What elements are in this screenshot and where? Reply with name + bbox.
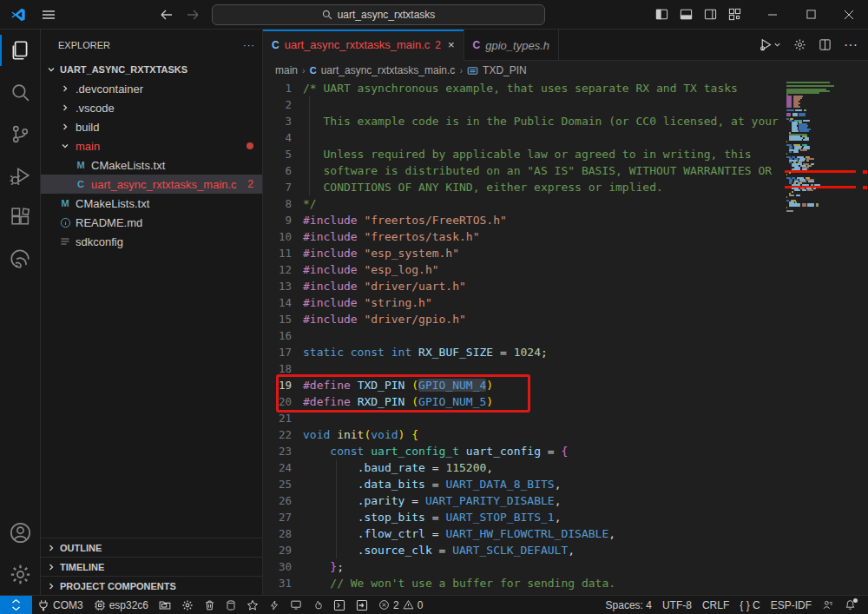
code-line-13[interactable]: 13#include "driver/uart.h" xyxy=(263,278,868,294)
statusbar-arrow-box[interactable] xyxy=(351,596,373,614)
window-maximize-button[interactable] xyxy=(792,0,830,29)
tree-item-README.md[interactable]: README.md xyxy=(41,213,262,232)
activitybar-accounts[interactable] xyxy=(0,512,41,553)
code-line-4[interactable]: 4 xyxy=(263,129,868,146)
toggle-panel-icon[interactable] xyxy=(674,2,698,28)
statusbar-flame[interactable] xyxy=(307,596,328,614)
activitybar-source-control[interactable] xyxy=(0,113,41,155)
code-line-27[interactable]: 27 .stop_bits = UART_STOP_BITS_1, xyxy=(263,509,868,525)
code-line-29[interactable]: 29 .source_clk = UART_SCLK_DEFAULT, xyxy=(263,542,868,558)
statusbar-plug-COM3[interactable]: COM3 xyxy=(32,596,89,614)
code-line-24[interactable]: 24 .baud_rate = 115200, xyxy=(263,459,868,476)
sidebar-section-timeline[interactable]: TIMELINE xyxy=(41,557,262,576)
code-line-3[interactable]: 3 This example code is in the Public Dom… xyxy=(263,113,868,129)
statusbar-feedback[interactable] xyxy=(817,596,839,614)
tree-item-main[interactable]: main xyxy=(41,136,262,155)
activitybar-search[interactable] xyxy=(0,71,41,113)
tree-item-uart_async_rxtxtasks_main.c[interactable]: Cuart_async_rxtxtasks_main.c2 xyxy=(41,175,262,194)
code-line-14[interactable]: 14#include "string.h" xyxy=(263,294,868,311)
problems-indicator[interactable]: 20 xyxy=(373,596,428,614)
tab-close-icon[interactable]: × xyxy=(448,38,455,51)
statusbar-monitor[interactable] xyxy=(285,596,307,614)
tree-item-CMakeLists.txt[interactable]: MCMakeLists.txt xyxy=(41,155,262,175)
code-line-5[interactable]: 5 Unless required by applicable law or a… xyxy=(263,146,868,162)
customize-layout-icon[interactable] xyxy=(722,2,746,28)
editor-more-actions-icon[interactable]: ··· xyxy=(844,37,858,53)
nav-forward-icon[interactable] xyxy=(186,8,200,22)
code-line-15[interactable]: 15#include "driver/gpio.h" xyxy=(263,311,868,327)
code-line-19[interactable]: 19#define TXD_PIN (GPIO_NUM_4) xyxy=(263,377,868,393)
split-editor-icon[interactable] xyxy=(819,38,832,51)
command-center-search[interactable]: uart_async_rxtxtasks xyxy=(212,4,545,25)
window-minimize-button[interactable] xyxy=(753,0,792,29)
minimap[interactable] xyxy=(785,80,856,212)
code-line-8[interactable]: 8*/ xyxy=(263,195,868,212)
tree-item-build[interactable]: build xyxy=(41,117,262,136)
sidebar-section-project-components[interactable]: PROJECT COMPONENTS xyxy=(41,576,262,595)
line-number: 19 xyxy=(263,377,303,393)
tab-gpio_types.h[interactable]: Cgpio_types.h xyxy=(464,30,559,61)
code-line-18[interactable]: 18 xyxy=(263,360,868,377)
code-line-6[interactable]: 6 software is distributed on an "AS IS" … xyxy=(263,162,868,179)
nav-back-icon[interactable] xyxy=(160,8,174,22)
editor-settings-icon[interactable] xyxy=(793,38,806,51)
code-line-22[interactable]: 22void init(void) { xyxy=(263,426,868,443)
tree-item-.devcontainer[interactable]: .devcontainer xyxy=(41,79,262,98)
sidebar-section-outline[interactable]: OUTLINE xyxy=(41,538,262,557)
code-line-17[interactable]: 17static const int RX_BUF_SIZE = 1024; xyxy=(263,344,868,360)
statusbar-esp-idf[interactable]: ESP-IDF xyxy=(766,596,817,614)
toggle-sidebar-icon[interactable] xyxy=(649,2,674,28)
statusbar-star[interactable] xyxy=(241,596,264,614)
code-line-25[interactable]: 25 .data_bits = UART_DATA_8_BITS, xyxy=(263,476,868,492)
breadcrumb-folder[interactable]: main xyxy=(275,64,298,76)
breadcrumb-file[interactable]: uart_async_rxtxtasks_main.c xyxy=(321,64,456,76)
toggle-secondary-sidebar-icon[interactable] xyxy=(698,2,722,28)
activitybar-run-debug[interactable] xyxy=(0,155,41,196)
statusbar-crlf[interactable]: CRLF xyxy=(697,596,734,614)
statusbar-trash[interactable] xyxy=(199,596,220,614)
window-close-button[interactable] xyxy=(830,0,868,29)
statusbar-gear[interactable] xyxy=(176,596,199,614)
code-line-2[interactable]: 2 xyxy=(263,96,868,113)
code-line-16[interactable]: 16 xyxy=(263,327,868,344)
overview-ruler[interactable] xyxy=(861,80,868,595)
code-line-11[interactable]: 11#include "esp_system.h" xyxy=(263,245,868,261)
tab-uart_async_rxtxtasks_main.c[interactable]: Cuart_async_rxtxtasks_main.c2× xyxy=(263,30,464,61)
tree-item-CMakeLists.txt[interactable]: MCMakeLists.txt xyxy=(41,194,262,213)
code-line-21[interactable]: 21 xyxy=(263,410,868,426)
tree-item-.vscode[interactable]: .vscode xyxy=(41,98,262,117)
workspace-root-folder[interactable]: UART_ASYNC_RXTXTASKS xyxy=(41,60,262,79)
code-line-7[interactable]: 7 CONDITIONS OF ANY KIND, either express… xyxy=(263,179,868,195)
code-line-31[interactable]: 31 // We won't use a buffer for sending … xyxy=(263,575,868,591)
breadcrumb-symbol[interactable]: TXD_PIN xyxy=(483,64,527,76)
statusbar-term-box[interactable] xyxy=(328,596,351,614)
code-editor[interactable]: 1/* UART asynchronous example, that uses… xyxy=(263,80,868,595)
statusbar-notifications-bell[interactable] xyxy=(839,596,861,614)
code-line-20[interactable]: 20#define RXD_PIN (GPIO_NUM_5) xyxy=(263,393,868,410)
activitybar-extensions[interactable] xyxy=(0,196,41,238)
statusbar-folder-lib[interactable] xyxy=(154,596,176,614)
statusbar-cylinder[interactable] xyxy=(220,596,241,614)
explorer-more-actions-icon[interactable]: ··· xyxy=(243,40,255,50)
statusbar--c[interactable]: { } C xyxy=(734,596,765,614)
remote-indicator[interactable] xyxy=(0,596,32,614)
code-line-26[interactable]: 26 .parity = UART_PARITY_DISABLE, xyxy=(263,492,868,509)
code-line-10[interactable]: 10#include "freertos/task.h" xyxy=(263,228,868,245)
code-line-12[interactable]: 12#include "esp_log.h" xyxy=(263,261,868,278)
activitybar-espressif[interactable] xyxy=(0,238,41,280)
statusbar-chip-esp32c6[interactable]: esp32c6 xyxy=(89,596,154,614)
code-line-28[interactable]: 28 .flow_ctrl = UART_HW_FLOWCTRL_DISABLE… xyxy=(263,525,868,542)
statusbar-spaces-4[interactable]: Spaces: 4 xyxy=(601,596,657,614)
breadcrumb[interactable]: main›Cuart_async_rxtxtasks_main.c›TXD_PI… xyxy=(263,61,868,80)
code-line-9[interactable]: 9#include "freertos/FreeRTOS.h" xyxy=(263,212,868,228)
activitybar-explorer[interactable] xyxy=(0,30,41,71)
run-or-debug-button[interactable] xyxy=(759,37,781,52)
statusbar-utf-8[interactable]: UTF-8 xyxy=(657,596,697,614)
code-line-30[interactable]: 30 }; xyxy=(263,558,868,575)
code-line-1[interactable]: 1/* UART asynchronous example, that uses… xyxy=(263,80,868,96)
code-line-23[interactable]: 23 const uart_config_t uart_config = { xyxy=(263,443,868,459)
statusbar-bolt[interactable] xyxy=(264,596,285,614)
menu-hamburger-icon[interactable] xyxy=(42,9,56,21)
activitybar-settings[interactable] xyxy=(0,553,41,595)
tree-item-sdkconfig[interactable]: sdkconfig xyxy=(41,232,262,251)
